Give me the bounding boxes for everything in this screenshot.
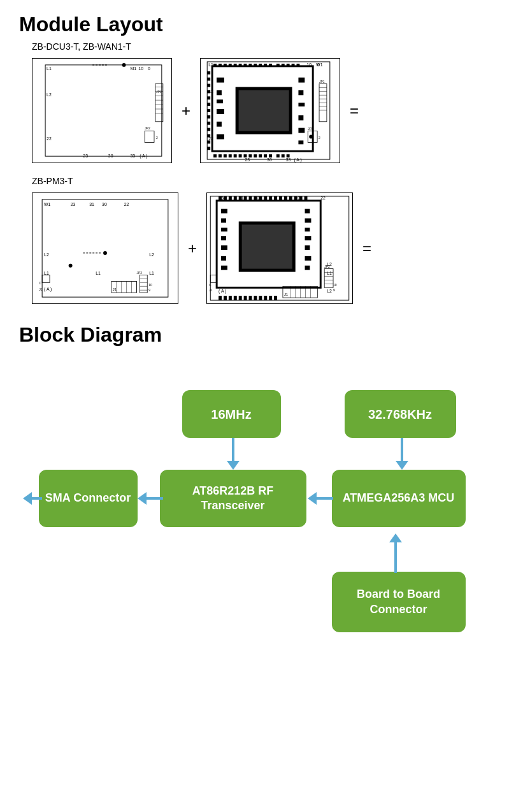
svg-rect-150: [249, 196, 252, 201]
svg-text:L2: L2: [44, 252, 49, 257]
svg-rect-42: [292, 64, 295, 67]
svg-text:22: 22: [47, 136, 52, 141]
svg-rect-176: [221, 209, 227, 214]
svg-rect-180: [221, 245, 227, 250]
svg-text:L2: L2: [47, 92, 52, 97]
svg-rect-155: [274, 196, 277, 201]
svg-text:JP1: JP1: [156, 91, 162, 94]
svg-text:0: 0: [148, 66, 150, 71]
svg-rect-186: [305, 236, 312, 240]
svg-rect-79: [217, 134, 224, 140]
svg-rect-73: [239, 90, 289, 131]
svg-text:22: 22: [208, 136, 213, 141]
32khz-block: 32.768KHz: [345, 390, 456, 438]
svg-text:23: 23: [296, 196, 301, 200]
svg-rect-38: [269, 64, 272, 67]
mcu-block: ATMEGA256A3 MCU: [332, 470, 466, 527]
svg-point-118: [69, 264, 73, 268]
svg-rect-36: [259, 64, 262, 67]
svg-rect-60: [207, 78, 210, 81]
sma-connector-block: SMA Connector: [39, 470, 138, 527]
svg-text:L1: L1: [149, 272, 154, 276]
svg-rect-149: [244, 196, 247, 201]
svg-rect-83: [298, 115, 303, 120]
svg-text:L2: L2: [327, 289, 332, 293]
svg-text:30: 30: [102, 202, 107, 207]
svg-text:C: C: [209, 284, 211, 287]
svg-rect-28: [219, 64, 222, 67]
svg-rect-81: [298, 90, 303, 95]
svg-text:J1: J1: [113, 287, 117, 291]
pcb-svg-2: W1 23 31 30 22 ( A ) L2 L1 L2 L1 JP2: [32, 193, 178, 303]
svg-text:( A ): ( A ): [140, 154, 147, 159]
svg-text:33: 33: [219, 196, 224, 200]
svg-rect-179: [221, 236, 226, 240]
svg-rect-77: [217, 109, 224, 114]
equals-1: =: [350, 102, 359, 120]
svg-rect-56: [276, 154, 280, 157]
svg-rect-188: [305, 256, 312, 261]
svg-rect-47: [229, 154, 232, 157]
svg-text:JP2: JP2: [136, 272, 142, 275]
svg-rect-165: [234, 296, 237, 300]
svg-point-117: [103, 251, 107, 255]
svg-text:2: 2: [156, 136, 158, 140]
svg-rect-167: [244, 296, 247, 300]
svg-text:22: 22: [124, 202, 129, 207]
svg-rect-67: [207, 122, 210, 125]
arrow-b2b-to-mcu: [389, 533, 402, 573]
svg-rect-75: [217, 90, 222, 95]
svg-rect-31: [234, 64, 237, 67]
16mhz-block: 16MHz: [182, 390, 281, 438]
svg-text:C: C: [39, 282, 41, 285]
svg-rect-0: [45, 65, 162, 156]
svg-rect-181: [221, 256, 226, 261]
b2b-connector-block: Board to Board Connector: [332, 572, 466, 632]
svg-rect-166: [239, 296, 242, 300]
svg-rect-46: [224, 154, 227, 157]
svg-text:30: 30: [254, 196, 259, 200]
svg-rect-146: [229, 196, 232, 201]
svg-text:L1: L1: [208, 62, 213, 67]
svg-rect-78: [217, 122, 222, 127]
svg-text:M1: M1: [130, 66, 136, 71]
svg-text:W1: W1: [44, 202, 51, 207]
svg-rect-33: [244, 64, 247, 67]
svg-rect-171: [264, 296, 267, 300]
svg-rect-63: [207, 96, 210, 99]
pcb-filled-svg-2: 33 31 30 23 22 ( A ) L2 L1 L2 JP2 J1: [207, 193, 352, 303]
svg-text:L2: L2: [149, 252, 154, 257]
svg-rect-45: [219, 154, 222, 157]
svg-rect-164: [229, 296, 232, 300]
svg-point-22: [122, 63, 126, 67]
svg-text:23: 23: [83, 154, 88, 158]
svg-rect-68: [207, 128, 210, 131]
block-diagram-title: Block Diagram: [19, 323, 504, 347]
svg-text:23: 23: [71, 202, 76, 207]
svg-text:JP1: JP1: [319, 80, 325, 83]
arrow-rf-to-sma: [138, 492, 163, 505]
svg-rect-185: [305, 228, 310, 231]
svg-text:33: 33: [130, 154, 135, 158]
svg-rect-49: [239, 154, 242, 157]
svg-text:10: 10: [306, 62, 312, 67]
svg-text:30: 30: [267, 157, 272, 162]
svg-rect-169: [254, 296, 257, 300]
svg-text:31: 31: [239, 196, 244, 200]
svg-text:JP2: JP2: [145, 127, 150, 130]
svg-rect-64: [207, 103, 210, 106]
svg-text:9: 9: [333, 289, 335, 292]
svg-rect-61: [207, 84, 210, 87]
svg-point-106: [309, 135, 313, 139]
svg-rect-43: [297, 64, 300, 67]
module-layout-title: Module Layout: [19, 13, 504, 36]
svg-text:JP2: JP2: [308, 127, 313, 131]
svg-rect-157: [284, 196, 287, 201]
svg-text:2: 2: [319, 136, 320, 140]
svg-rect-147: [234, 196, 237, 201]
svg-rect-131: [42, 275, 50, 283]
svg-rect-65: [207, 109, 210, 112]
svg-text:( A ): ( A ): [219, 289, 226, 294]
module-row-1: L1 L2 22 23 30 33 ( A ) M1 JP1: [32, 58, 504, 163]
plus-2: +: [188, 240, 197, 257]
